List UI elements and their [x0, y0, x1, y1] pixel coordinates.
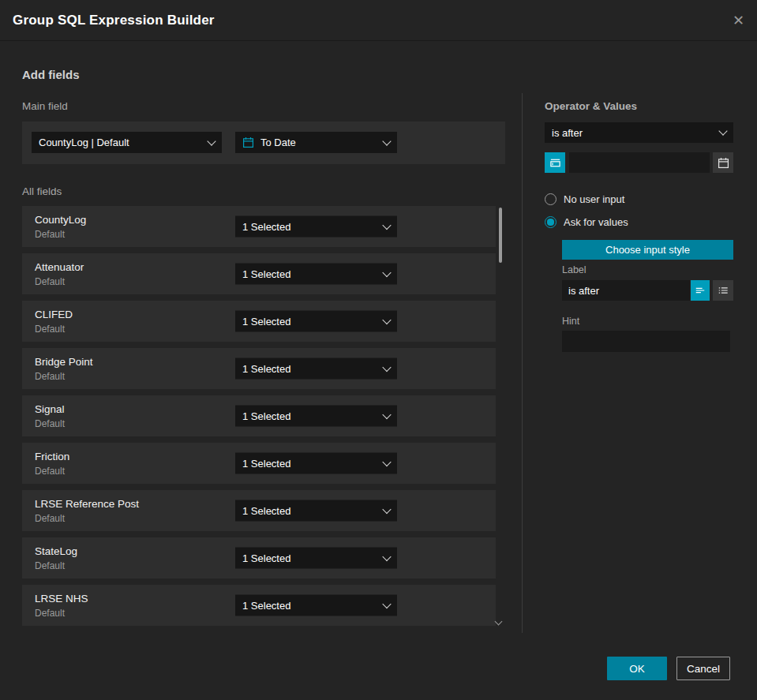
field-subtitle: Default	[35, 276, 84, 287]
field-values-select[interactable]: 1 Selected	[235, 453, 397, 474]
field-name: Bridge Point	[35, 356, 93, 368]
input-field-icon	[549, 157, 561, 169]
field-row: LRSE NHS Default 1 Selected	[22, 585, 496, 626]
main-field-select-value: CountyLog | Default	[39, 137, 202, 148]
field-values-select[interactable]: 1 Selected	[235, 311, 397, 332]
field-values-select[interactable]: 1 Selected	[235, 216, 397, 238]
operator-values-heading: Operator & Values	[545, 100, 637, 112]
field-subtitle: Default	[35, 418, 65, 429]
field-subtitle: Default	[35, 466, 69, 477]
field-values-select[interactable]: 1 Selected	[235, 500, 397, 522]
label-field-label: Label	[562, 264, 586, 275]
add-fields-heading: Add fields	[22, 68, 80, 81]
calendar-icon	[718, 157, 729, 169]
field-values-select[interactable]: 1 Selected	[235, 548, 397, 569]
field-subtitle: Default	[35, 608, 88, 619]
operator-select-value: is after	[552, 127, 714, 139]
field-name: Attenuator	[35, 261, 84, 273]
choose-input-style-button[interactable]: Choose input style	[562, 240, 733, 260]
scrollbar-thumb[interactable]	[499, 208, 502, 263]
ok-button[interactable]: OK	[607, 657, 667, 680]
input-style-toggle-button[interactable]	[545, 152, 565, 173]
field-name: Friction	[35, 451, 69, 462]
dialog-header: Group SQL Expression Builder ✕	[0, 0, 757, 41]
field-name: StateLog	[35, 545, 77, 557]
close-icon[interactable]: ✕	[733, 13, 744, 28]
chevron-down-icon	[382, 457, 391, 466]
group-sql-expression-builder-dialog: Group SQL Expression Builder ✕ Add field…	[0, 0, 757, 700]
chevron-down-icon	[718, 126, 727, 135]
chevron-down-icon	[382, 599, 391, 608]
main-field-label: Main field	[22, 100, 68, 112]
chevron-down-icon	[207, 137, 215, 145]
field-row: Friction Default 1 Selected	[22, 443, 496, 484]
list-icon	[718, 285, 729, 296]
field-values-select[interactable]: 1 Selected	[235, 406, 397, 427]
scroll-down-chevron-icon[interactable]	[496, 619, 502, 625]
all-fields-list: CountyLog Default 1 Selected Attenuator …	[22, 206, 496, 626]
field-name: LRSE Reference Post	[35, 498, 139, 510]
chevron-down-icon	[382, 362, 391, 371]
radio-checked-icon	[545, 216, 557, 228]
all-fields-label: All fields	[22, 185, 62, 197]
chevron-down-icon	[382, 552, 391, 560]
field-values-select[interactable]: 1 Selected	[235, 264, 397, 285]
chevron-down-icon	[382, 315, 391, 324]
field-row: Bridge Point Default 1 Selected	[22, 348, 496, 389]
hint-input[interactable]	[562, 331, 730, 352]
main-field-select[interactable]: CountyLog | Default	[32, 132, 222, 153]
list-input-style-button[interactable]	[713, 280, 733, 301]
field-subtitle: Default	[35, 560, 77, 571]
field-subtitle: Default	[35, 513, 139, 524]
field-row: LRSE Reference Post Default 1 Selected	[22, 490, 496, 531]
field-subtitle: Default	[35, 371, 93, 382]
panel-divider	[522, 93, 523, 633]
main-field-panel: CountyLog | Default To Date	[22, 122, 505, 164]
single-line-input-icon	[695, 285, 706, 296]
field-name: Signal	[35, 403, 65, 415]
field-row: Attenuator Default 1 Selected	[22, 253, 496, 294]
field-row: Signal Default 1 Selected	[22, 395, 496, 436]
label-input[interactable]	[562, 280, 690, 301]
chevron-down-icon	[382, 137, 391, 145]
date-field-select[interactable]: To Date	[235, 132, 397, 153]
chevron-down-icon	[382, 268, 391, 276]
field-name: CLIFED	[35, 309, 73, 320]
calendar-button[interactable]	[713, 152, 733, 173]
field-values-select[interactable]: 1 Selected	[235, 358, 397, 380]
field-row: CLIFED Default 1 Selected	[22, 301, 496, 342]
operator-value-input[interactable]	[569, 152, 710, 173]
chevron-down-icon	[382, 410, 391, 418]
radio-ask-for-values[interactable]: Ask for values	[545, 216, 628, 228]
field-row: StateLog Default 1 Selected	[22, 537, 496, 578]
field-name: LRSE NHS	[35, 593, 88, 605]
chevron-down-icon	[382, 220, 391, 229]
single-line-input-style-button[interactable]	[691, 280, 710, 301]
cancel-button[interactable]: Cancel	[676, 657, 730, 680]
chevron-down-icon	[382, 504, 391, 513]
calendar-icon	[242, 137, 254, 148]
field-name: CountyLog	[35, 214, 86, 226]
field-subtitle: Default	[35, 324, 73, 335]
operator-select[interactable]: is after	[545, 122, 733, 143]
field-values-select[interactable]: 1 Selected	[235, 595, 397, 616]
radio-unchecked-icon	[545, 193, 557, 205]
radio-no-user-input[interactable]: No user input	[545, 193, 624, 205]
hint-field-label: Hint	[562, 316, 579, 327]
field-subtitle: Default	[35, 229, 86, 240]
date-field-select-value: To Date	[260, 137, 377, 148]
field-row: CountyLog Default 1 Selected	[22, 206, 496, 247]
dialog-title: Group SQL Expression Builder	[13, 13, 215, 28]
